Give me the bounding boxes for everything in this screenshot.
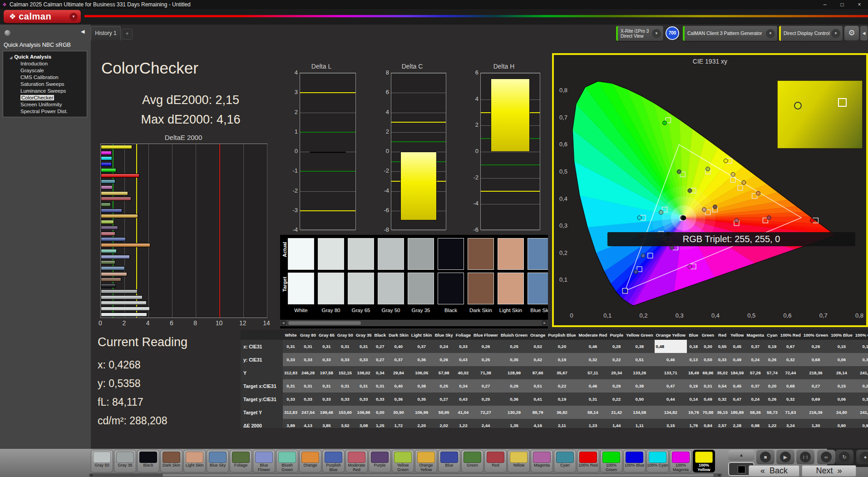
pattern-button-foliage[interactable]: Foliage: [230, 450, 252, 472]
table-cell[interactable]: 0,43: [454, 393, 472, 406]
table-cell[interactable]: 3,08: [355, 419, 373, 428]
table-cell[interactable]: 0,34: [373, 366, 387, 379]
table-cell[interactable]: 0,31: [283, 379, 299, 393]
table-cell[interactable]: 58,14: [577, 406, 609, 419]
table-cell[interactable]: 0,33: [317, 353, 336, 366]
table-cell[interactable]: 153,60: [336, 406, 355, 419]
minimize-button[interactable]: –: [816, 0, 833, 9]
table-cell[interactable]: 18,49: [687, 366, 700, 379]
sidebar-item-screen-uniformity[interactable]: Screen Uniformity: [3, 101, 87, 108]
table-cell[interactable]: 0,31: [336, 379, 355, 393]
table-cell[interactable]: 1,30: [802, 419, 829, 428]
table-cell[interactable]: 0,54: [715, 379, 729, 393]
table-cell[interactable]: 0,38: [625, 379, 655, 393]
pattern-button-orange-yellow[interactable]: Orange Yellow: [415, 450, 437, 472]
table-cell[interactable]: 0,31: [355, 340, 373, 353]
table-cell[interactable]: 0,26: [434, 353, 454, 366]
table-cell[interactable]: 0,20: [765, 379, 779, 393]
table-cell[interactable]: 35,02: [715, 366, 729, 379]
table-cell[interactable]: 0,33: [454, 340, 472, 353]
stop-button[interactable]: ■: [756, 450, 774, 464]
pattern-generator-selector[interactable]: CalMAN Client 3 Pattern Generator ▼: [683, 26, 777, 41]
calman-menu-button[interactable]: ❖ calman ▼: [4, 10, 81, 23]
pattern-button-purplish-blue[interactable]: Purplish Blue: [322, 450, 345, 472]
table-cell[interactable]: 0,19: [854, 340, 868, 353]
table-cell[interactable]: 2,11: [547, 419, 577, 428]
table-cell[interactable]: 0,31: [317, 340, 336, 353]
table-cell[interactable]: 0,67: [779, 340, 802, 353]
table-cell[interactable]: 0,50: [625, 393, 655, 406]
scroll-left-icon[interactable]: ◀: [281, 320, 286, 326]
table-cell[interactable]: 0,35: [499, 353, 529, 366]
table-cell[interactable]: 0,06: [829, 353, 854, 366]
table-cell[interactable]: 312,83: [283, 366, 299, 379]
table-cell[interactable]: 241,19: [854, 406, 868, 419]
table-cell[interactable]: 0,25: [472, 393, 499, 406]
table-cell[interactable]: 0,32: [779, 393, 802, 406]
table-cell[interactable]: 0,27: [802, 379, 829, 393]
table-cell[interactable]: 106,99: [410, 406, 434, 419]
table-cell[interactable]: 0,51: [529, 379, 547, 393]
continuous-button[interactable]: ∞: [817, 450, 835, 464]
pattern-button-black[interactable]: Black: [137, 450, 159, 472]
table-cell[interactable]: 0,33: [336, 353, 355, 366]
table-cell[interactable]: 1,35: [499, 419, 529, 428]
table-cell[interactable]: 133,71: [655, 366, 687, 379]
table-cell[interactable]: 0,46: [577, 340, 609, 353]
pattern-button-blue-sky[interactable]: Blue Sky: [207, 450, 229, 472]
table-cell[interactable]: 133,26: [625, 366, 655, 379]
table-cell[interactable]: 1,44: [608, 419, 625, 428]
table-cell[interactable]: 0,25: [434, 379, 454, 393]
table-cell[interactable]: 128,99: [499, 366, 529, 379]
table-cell[interactable]: 57,11: [577, 366, 609, 379]
chevron-up-icon[interactable]: ▲: [728, 450, 755, 461]
table-cell[interactable]: 0,69: [802, 393, 829, 406]
table-cell[interactable]: 197,58: [317, 366, 336, 379]
table-cell[interactable]: 1,22: [765, 419, 779, 428]
table-cell[interactable]: 0,31: [355, 379, 373, 393]
sidebar-item-introduction[interactable]: Introduction: [3, 60, 87, 67]
table-cell[interactable]: 0,19: [547, 393, 577, 406]
table-cell[interactable]: 216,39: [802, 406, 829, 419]
pattern-button-yellow[interactable]: Yellow: [508, 450, 530, 472]
table-cell[interactable]: 106,02: [355, 366, 373, 379]
back-button[interactable]: « Back: [749, 465, 799, 477]
table-cell[interactable]: 0,31: [283, 340, 299, 353]
table-cell[interactable]: 0,32: [779, 353, 802, 366]
table-cell[interactable]: 106,05: [410, 366, 434, 379]
table-cell[interactable]: 36,82: [547, 406, 577, 419]
table-cell[interactable]: 0,14: [687, 393, 700, 406]
table-cell[interactable]: 0,50: [700, 353, 715, 366]
table-cell[interactable]: 0,31: [700, 379, 715, 393]
table-cell[interactable]: 0,20: [854, 379, 868, 393]
table-cell[interactable]: 0,68: [779, 379, 802, 393]
table-cell[interactable]: 106,96: [355, 406, 373, 419]
table-cell[interactable]: 0,68: [802, 353, 829, 366]
table-cell[interactable]: 0,00: [373, 406, 387, 419]
table-cell[interactable]: 72,44: [779, 366, 802, 379]
table-cell[interactable]: 134,58: [625, 406, 655, 419]
table-cell[interactable]: 0,33: [336, 393, 355, 406]
table-cell[interactable]: 35,67: [547, 366, 577, 379]
table-cell[interactable]: 0,24: [745, 393, 766, 406]
table-cell[interactable]: 2,57: [715, 419, 729, 428]
panel-collapse-icon[interactable]: ◀: [860, 26, 868, 40]
pattern-button-100-cyan[interactable]: 100% Cyan: [646, 450, 669, 472]
pattern-button-orange[interactable]: Orange: [299, 450, 321, 472]
table-cell[interactable]: 0,31: [299, 340, 317, 353]
tree-root-quick-analysis[interactable]: ◢Quick Analysis: [3, 54, 87, 60]
sidebar-item-spectral-power-dist-[interactable]: Spectral Power Dist.: [3, 108, 87, 115]
pattern-button-light-skin[interactable]: Light Skin: [183, 450, 206, 472]
pattern-button-100-yellow[interactable]: 100% Yellow: [693, 450, 715, 472]
pattern-button-green[interactable]: Green: [461, 450, 483, 472]
chevron-down-icon[interactable]: ▼: [652, 29, 661, 38]
table-cell[interactable]: 3,24: [779, 419, 802, 428]
table-cell[interactable]: 2,20: [410, 419, 434, 428]
table-cell[interactable]: 184,59: [729, 366, 745, 379]
table-cell[interactable]: 40,02: [454, 366, 472, 379]
table-cell[interactable]: 0,37: [745, 340, 766, 353]
table-cell[interactable]: 87,66: [529, 366, 547, 379]
sidebar-item-grayscale[interactable]: Grayscale: [3, 67, 87, 74]
table-cell[interactable]: 312,83: [283, 406, 299, 419]
pattern-button-purple[interactable]: Purple: [369, 450, 391, 472]
